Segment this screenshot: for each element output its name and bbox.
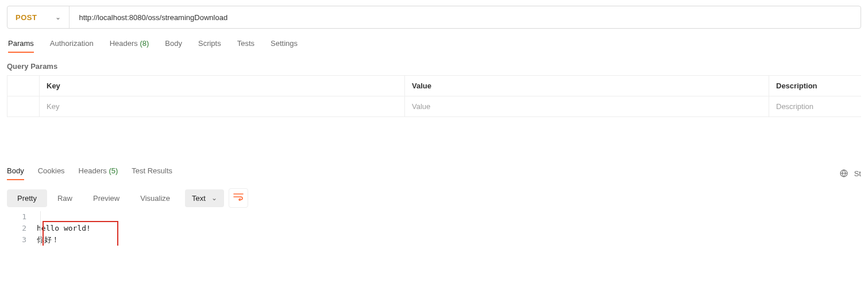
globe-icon[interactable] [839, 169, 848, 178]
response-meta: St [839, 169, 861, 178]
response-panel: Body Cookies Headers (5) Test Results St [7, 166, 861, 246]
description-input[interactable]: Description [769, 96, 861, 117]
line-number: 1 [7, 211, 37, 223]
key-input[interactable]: Key [40, 96, 405, 117]
view-preview-button[interactable]: Preview [83, 189, 130, 207]
http-method-label: POST [16, 13, 37, 22]
response-view-toolbar: Pretty Raw Preview Visualize Text ⌄ [7, 188, 861, 208]
status-text: St [854, 169, 861, 178]
resp-tab-headers[interactable]: Headers (5) [79, 166, 118, 180]
tab-authorization[interactable]: Authorization [50, 39, 94, 52]
http-method-select[interactable]: POST ⌄ [7, 6, 70, 28]
code-line: 2 hello world! [7, 223, 861, 234]
request-panel: POST ⌄ Params Authorization Headers (8) … [0, 0, 868, 246]
tab-scripts[interactable]: Scripts [198, 39, 221, 52]
code-line: 3 你好！ [7, 234, 861, 246]
content-type-label: Text [192, 194, 206, 203]
line-number: 3 [7, 234, 37, 246]
view-pretty-button[interactable]: Pretty [7, 189, 47, 207]
request-tabs: Params Authorization Headers (8) Body Sc… [7, 39, 861, 53]
code-text [37, 211, 861, 223]
tab-headers-label: Headers [110, 39, 138, 48]
value-input[interactable]: Value [405, 96, 769, 117]
response-tabs: Body Cookies Headers (5) Test Results [7, 166, 172, 180]
resp-tab-cookies[interactable]: Cookies [38, 166, 65, 180]
query-params-title: Query Params [7, 62, 861, 71]
resp-tab-headers-label: Headers [79, 166, 107, 175]
line-number: 2 [7, 223, 37, 234]
resp-tab-headers-count: (5) [109, 166, 118, 175]
resp-tab-test-results[interactable]: Test Results [132, 166, 172, 180]
table-header-row: Key Value Description [7, 76, 861, 96]
wrap-icon [233, 193, 244, 203]
url-bar: POST ⌄ [7, 6, 861, 29]
resp-tab-body[interactable]: Body [7, 166, 24, 180]
query-params-table: Key Value Description Key Value Descript… [7, 75, 861, 117]
url-input[interactable] [70, 6, 861, 28]
gutter-border [40, 211, 41, 246]
tab-tests[interactable]: Tests [237, 39, 254, 52]
code-text: 你好！ [37, 234, 861, 246]
view-raw-button[interactable]: Raw [47, 189, 83, 207]
response-body-viewer[interactable]: 1 2 hello world! 3 你好！ [7, 211, 861, 246]
header-key: Key [40, 76, 405, 96]
wrap-lines-button[interactable] [229, 188, 248, 208]
tab-settings[interactable]: Settings [271, 39, 298, 52]
header-description: Description [769, 76, 861, 96]
content-type-select[interactable]: Text ⌄ [185, 189, 224, 207]
chevron-down-icon: ⌄ [211, 194, 217, 202]
view-visualize-button[interactable]: Visualize [130, 189, 180, 207]
tab-headers-count: (8) [140, 39, 149, 48]
row-checkbox-cell[interactable] [7, 96, 40, 117]
chevron-down-icon: ⌄ [55, 13, 61, 21]
header-checkbox-cell [7, 76, 40, 96]
response-tabs-row: Body Cookies Headers (5) Test Results St [7, 166, 861, 180]
code-line: 1 [7, 211, 861, 223]
tab-params[interactable]: Params [8, 39, 34, 52]
code-text: hello world! [37, 223, 861, 234]
tab-headers[interactable]: Headers (8) [110, 39, 149, 52]
header-value: Value [405, 76, 769, 96]
table-row: Key Value Description [7, 96, 861, 117]
tab-body[interactable]: Body [165, 39, 182, 52]
view-mode-group: Pretty Raw Preview Visualize [7, 189, 180, 207]
